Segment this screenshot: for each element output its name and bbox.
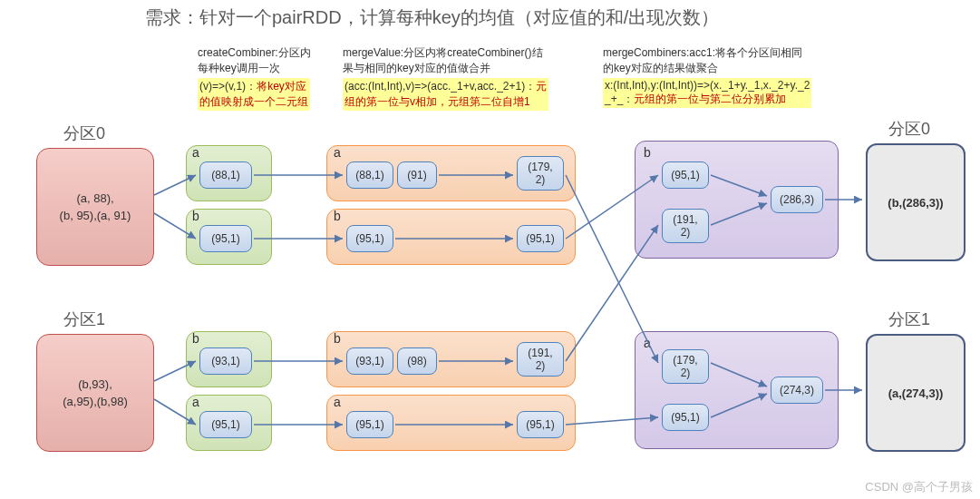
green-p0-b-node: (95,1)	[199, 225, 252, 252]
orange-p0-a-n1: (88,1)	[346, 161, 393, 189]
output1-box: (a,(274,3))	[866, 334, 965, 452]
purple-a-n2: (95,1)	[662, 404, 709, 431]
orange-p0-b-out: (95,1)	[517, 225, 564, 252]
orange-p0-a-key: a	[334, 145, 341, 160]
purple-a-out: (274,3)	[771, 377, 823, 404]
watermark: CSDN @高个子男孩	[865, 479, 973, 495]
orange-p0-a-out: (179,2)	[517, 156, 564, 191]
green-p1-b-node: (93,1)	[199, 347, 252, 375]
col-mergeCombiners-desc: mergeCombiners:acc1:将各个分区间相同的key对应的结果做聚合	[603, 45, 802, 76]
output0-label: 分区0	[888, 118, 930, 140]
orange-p0-a-n2: (91)	[397, 161, 437, 189]
col-createCombiner-code: (v)=>(v,1)：将key对应的值映射成一个二元组	[198, 78, 310, 111]
code-a: (v)=>(v,1)：	[199, 80, 257, 93]
purple-b-n1: (95,1)	[662, 161, 709, 189]
output0-box: (b,(286,3))	[866, 143, 965, 261]
diagram-title: 需求：针对一个pairRDD，计算每种key的均值（对应值的和/出现次数）	[145, 5, 719, 30]
output1-label: 分区1	[888, 308, 930, 330]
green-p1-a-node: (95,1)	[199, 411, 252, 438]
green-p1-b-key: b	[192, 331, 199, 346]
orange-p1-a-out: (95,1)	[517, 411, 564, 438]
orange-p1-a-key: a	[334, 395, 341, 409]
partition0-label: 分区0	[63, 122, 105, 144]
orange-p1-a-n1: (95,1)	[346, 411, 393, 438]
purple-b-out: (286,3)	[771, 186, 823, 213]
purple-b-key: b	[644, 145, 651, 160]
col-mergeCombiners-code: x:(Int,Int),y:(Int,Int))=>(x._1+y._1,x._…	[603, 78, 811, 108]
orange-p1-b-n1: (93,1)	[346, 347, 393, 375]
green-p0-a-node: (88,1)	[199, 161, 252, 189]
col-mergeValue-code: (acc:(Int,Int),v)=>(acc._1+v,acc._2+1)：元…	[343, 78, 548, 111]
code-a: (acc:(Int,Int),v)=>(acc._1+v,acc._2+1)：	[344, 80, 536, 93]
purple-a-n1: (179,2)	[662, 349, 709, 384]
purple-b-n2: (191,2)	[662, 209, 709, 243]
green-p0-b-key: b	[192, 209, 199, 223]
col-mergeValue-desc: mergeValue:分区内将createCombiner()结果与相同的key…	[343, 45, 543, 76]
partition1-label: 分区1	[63, 308, 105, 330]
orange-p1-b-n2: (98)	[397, 347, 437, 375]
green-p1-a-key: a	[192, 395, 199, 409]
partition0-input: (a, 88),(b, 95),(a, 91)	[36, 148, 154, 266]
green-p0-a-key: a	[192, 145, 199, 160]
orange-p0-b-n1: (95,1)	[346, 225, 393, 252]
col-createCombiner-desc: createCombiner:分区内每种key调用一次	[198, 45, 311, 76]
code-b: 元组的第一位与第二位分别累加	[634, 93, 786, 105]
partition1-input: (b,93),(a,95),(b,98)	[36, 334, 154, 452]
purple-a-key: a	[644, 336, 651, 350]
orange-p1-b-key: b	[334, 331, 341, 346]
orange-p0-b-key: b	[334, 209, 341, 223]
orange-p1-b-out: (191,2)	[517, 342, 564, 377]
